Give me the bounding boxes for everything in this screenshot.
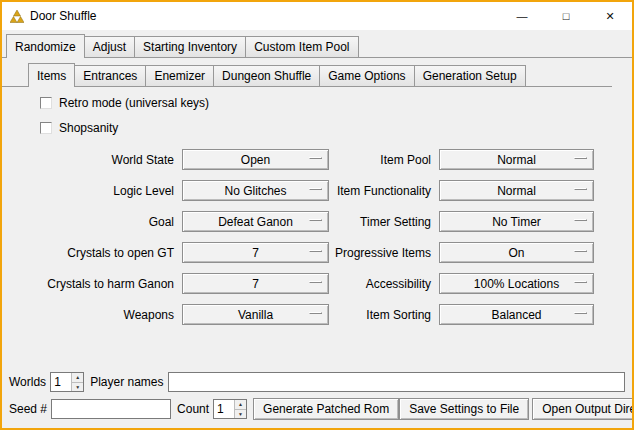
maximize-button-icon[interactable]: □ <box>544 2 588 30</box>
window-controls: — □ ✕ <box>500 2 632 30</box>
dropdown-logic-level[interactable]: No Glitches <box>182 180 329 201</box>
count-value: 1 <box>214 400 234 418</box>
crystals-harm-ganon-label: Crystals to harm Ganon <box>40 277 177 291</box>
progressive-items-label: Progressive Items <box>334 246 434 260</box>
dropdown-weapons[interactable]: Vanilla <box>182 304 329 325</box>
checkbox-label: Retro mode (universal keys) <box>59 96 209 110</box>
save-settings-button[interactable]: Save Settings to File <box>399 398 529 420</box>
tab-dungeon-shuffle[interactable]: Dungeon Shuffle <box>213 65 320 86</box>
dropdown-item-sorting[interactable]: Balanced <box>439 304 594 325</box>
checkbox-shopsanity[interactable]: Shopsanity <box>40 121 632 135</box>
minimize-button-icon[interactable]: — <box>500 2 544 30</box>
dropdown-indicator-icon <box>309 250 322 252</box>
close-button-icon[interactable]: ✕ <box>588 2 632 30</box>
player-names-label: Player names <box>90 375 163 389</box>
dropdown-indicator-icon <box>309 312 322 314</box>
dropdown-indicator-icon <box>574 188 587 190</box>
main-tab-bar: Randomize Adjust Starting Inventory Cust… <box>2 34 632 58</box>
titlebar[interactable]: Door Shuffle — □ ✕ <box>2 2 632 30</box>
tab-enemizer[interactable]: Enemizer <box>145 65 214 86</box>
tab-generation-setup[interactable]: Generation Setup <box>414 65 526 86</box>
seed-label: Seed # <box>9 402 47 416</box>
spin-up-icon[interactable]: ▲ <box>235 400 246 409</box>
dropdown-indicator-icon <box>309 188 322 190</box>
dropdown-value: Open <box>241 153 270 167</box>
seed-input[interactable] <box>51 399 171 419</box>
bottom-bar: Worlds 1 ▲ ▼ Player names Seed # Count 1… <box>2 362 632 428</box>
dropdown-indicator-icon <box>574 157 587 159</box>
world-state-label: World State <box>40 153 177 167</box>
dropdown-value: No Glitches <box>224 184 286 198</box>
window-title: Door Shuffle <box>30 9 97 23</box>
spinner-buttons: ▲ ▼ <box>234 400 246 418</box>
dropdown-value: Balanced <box>491 308 541 322</box>
timer-setting-label: Timer Setting <box>334 215 434 229</box>
logic-level-label: Logic Level <box>40 184 177 198</box>
dropdown-progressive-items[interactable]: On <box>439 242 594 263</box>
dropdown-indicator-icon <box>574 250 587 252</box>
items-pane: Retro mode (universal keys) Shopsanity W… <box>2 87 632 362</box>
item-pool-label: Item Pool <box>334 153 434 167</box>
dropdown-indicator-icon <box>574 281 587 283</box>
randomize-pane: Items Entrances Enemizer Dungeon Shuffle… <box>2 58 632 362</box>
dropdown-timer-setting[interactable]: No Timer <box>439 211 594 232</box>
dropdown-goal[interactable]: Defeat Ganon <box>182 211 329 232</box>
checkbox-label: Shopsanity <box>59 121 118 135</box>
item-functionality-label: Item Functionality <box>334 184 434 198</box>
door-shuffle-window: Door Shuffle — □ ✕ Randomize Adjust Star… <box>0 0 634 430</box>
spinner-buttons: ▲ ▼ <box>71 373 83 391</box>
checkbox-retro-mode[interactable]: Retro mode (universal keys) <box>40 96 632 110</box>
count-spinbox[interactable]: 1 ▲ ▼ <box>213 399 247 419</box>
tab-randomize[interactable]: Randomize <box>6 34 85 58</box>
checkbox-box[interactable] <box>40 97 52 109</box>
goal-label: Goal <box>40 215 177 229</box>
open-output-directory-button[interactable]: Open Output Directory <box>532 398 634 420</box>
worlds-value: 1 <box>51 373 71 391</box>
seed-row: Seed # Count 1 ▲ ▼ Generate Patched Rom … <box>9 398 625 420</box>
spin-down-icon[interactable]: ▼ <box>72 382 83 391</box>
dropdown-indicator-icon <box>309 157 322 159</box>
item-sorting-label: Item Sorting <box>334 308 434 322</box>
tab-adjust[interactable]: Adjust <box>84 36 135 57</box>
generate-patched-rom-button[interactable]: Generate Patched Rom <box>253 398 399 420</box>
worlds-row: Worlds 1 ▲ ▼ Player names <box>9 371 625 393</box>
app-icon <box>9 8 25 24</box>
dropdown-crystals-open-gt[interactable]: 7 <box>182 242 329 263</box>
tab-starting-inventory[interactable]: Starting Inventory <box>134 36 246 57</box>
accessibility-label: Accessibility <box>334 277 434 291</box>
dropdown-accessibility[interactable]: 100% Locations <box>439 273 594 294</box>
tab-items[interactable]: Items <box>28 63 75 87</box>
tab-entrances[interactable]: Entrances <box>74 65 146 86</box>
weapons-label: Weapons <box>40 308 177 322</box>
dropdown-indicator-icon <box>574 219 587 221</box>
worlds-spinbox[interactable]: 1 ▲ ▼ <box>50 372 84 392</box>
player-names-input[interactable] <box>168 372 626 392</box>
dropdown-indicator-icon <box>309 219 322 221</box>
dropdown-indicator-icon <box>309 281 322 283</box>
dropdown-item-functionality[interactable]: Normal <box>439 180 594 201</box>
dropdown-item-pool[interactable]: Normal <box>439 149 594 170</box>
crystals-open-gt-label: Crystals to open GT <box>40 246 177 260</box>
dropdown-indicator-icon <box>574 312 587 314</box>
dropdown-value: Normal <box>497 153 536 167</box>
spin-up-icon[interactable]: ▲ <box>72 373 83 382</box>
dropdown-value: 7 <box>252 277 259 291</box>
dropdown-value: Defeat Ganon <box>218 215 293 229</box>
dropdown-value: 7 <box>252 246 259 260</box>
dropdown-crystals-harm-ganon[interactable]: 7 <box>182 273 329 294</box>
worlds-label: Worlds <box>9 375 46 389</box>
dropdown-value: No Timer <box>492 215 541 229</box>
sub-tab-bar: Items Entrances Enemizer Dungeon Shuffle… <box>2 63 612 87</box>
dropdown-value: 100% Locations <box>474 277 559 291</box>
options-grid: World State Open Item Pool Normal Logic … <box>40 149 632 325</box>
spin-down-icon[interactable]: ▼ <box>235 409 246 418</box>
dropdown-value: Normal <box>497 184 536 198</box>
tab-game-options[interactable]: Game Options <box>319 65 414 86</box>
dropdown-value: On <box>508 246 524 260</box>
dropdown-value: Vanilla <box>238 308 273 322</box>
count-label: Count <box>177 402 209 416</box>
dropdown-world-state[interactable]: Open <box>182 149 329 170</box>
tab-custom-item-pool[interactable]: Custom Item Pool <box>245 36 358 57</box>
checkbox-box[interactable] <box>40 122 52 134</box>
